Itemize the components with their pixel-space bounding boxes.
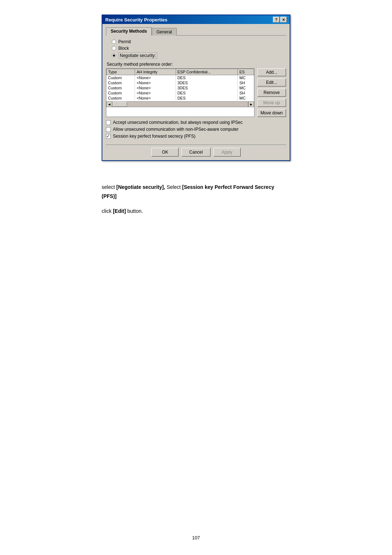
instruction-1-bold-1: [Negotiate security], xyxy=(116,184,165,190)
title-bar-buttons: ? ✕ xyxy=(273,17,287,23)
col-esp: ESP Confidential... xyxy=(176,69,238,75)
move-down-button[interactable]: Move down xyxy=(257,109,286,117)
radio-negotiate-label: Negotiate security: xyxy=(118,52,157,59)
instruction-line-2: click [Edit] button. xyxy=(102,207,290,216)
side-buttons: Add... Edit... Remove Move up Move down xyxy=(257,68,286,117)
table-row[interactable]: Custom <None> DES MC xyxy=(107,75,254,81)
radio-block-label: Block xyxy=(118,46,129,51)
checkbox-group: Accept unsecured communication, but alwa… xyxy=(106,120,286,139)
scroll-thumb[interactable] xyxy=(113,102,127,107)
table-row[interactable]: Custom <None> DES SH xyxy=(107,90,254,96)
instruction-1-text-1: select xyxy=(102,184,116,190)
page-content: Require Security Properties ? ✕ Security… xyxy=(22,15,370,222)
cell-ah-1: <None> xyxy=(135,75,176,81)
table-row[interactable]: Custom <None> 3DES SH xyxy=(107,80,254,85)
cell-ah-3: <None> xyxy=(135,85,176,90)
checkbox-session-key[interactable]: Session key perfect forward secrecy (PFS… xyxy=(106,134,286,139)
add-button[interactable]: Add... xyxy=(257,68,286,76)
tab-general[interactable]: General xyxy=(152,28,177,36)
cell-type-4: Custom xyxy=(107,90,135,96)
checkbox-session-key-input[interactable] xyxy=(106,134,111,139)
table-row[interactable]: Custom <None> 3DES MC xyxy=(107,85,254,90)
apply-button[interactable]: Apply xyxy=(213,148,241,157)
checkbox-session-key-label: Session key perfect forward secrecy (PFS… xyxy=(113,134,195,139)
instruction-line-1: select [Negotiate security], Select [Ses… xyxy=(102,183,290,201)
checkbox-accept-unsecured[interactable]: Accept unsecured communication, but alwa… xyxy=(106,120,286,125)
scroll-track[interactable] xyxy=(112,101,248,107)
checkbox-accept-unsecured-input[interactable] xyxy=(106,120,111,125)
security-methods-table: Type AH Integrity ESP Confidential... ES… xyxy=(106,69,254,101)
cell-es-4: SH xyxy=(238,90,254,96)
cell-esp-4: DES xyxy=(176,90,238,96)
dialog-title: Require Security Properties xyxy=(105,17,167,23)
radio-block[interactable]: Block xyxy=(112,46,286,51)
checkbox-accept-unsecured-label: Accept unsecured communication, but alwa… xyxy=(113,120,243,125)
cell-ah-2: <None> xyxy=(135,80,176,85)
cell-type-5: Custom xyxy=(107,96,135,101)
scroll-right-button[interactable]: ▶ xyxy=(248,101,254,107)
checkbox-allow-unsecured-input[interactable] xyxy=(106,127,111,132)
ok-button[interactable]: OK xyxy=(151,148,179,157)
checkbox-allow-unsecured[interactable]: Allow unsecured communication with non-I… xyxy=(106,127,286,132)
cell-esp-1: DES xyxy=(176,75,238,81)
radio-block-input[interactable] xyxy=(112,46,116,50)
section-label: Security method preference order: xyxy=(107,62,286,67)
table-area: Type AH Integrity ESP Confidential... ES… xyxy=(106,68,286,117)
instruction-2-text-2: button. xyxy=(126,208,143,214)
cell-es-1: MC xyxy=(238,75,254,81)
dialog-window: Require Security Properties ? ✕ Security… xyxy=(102,15,290,161)
instruction-2-bold-1: [Edit] xyxy=(113,208,126,214)
remove-button[interactable]: Remove xyxy=(257,89,286,97)
table-row[interactable]: Custom <None> DES MC xyxy=(107,96,254,101)
radio-permit[interactable]: Permit xyxy=(112,39,286,44)
cell-esp-2: 3DES xyxy=(176,80,238,85)
radio-group: Permit Block Negotiate security: xyxy=(112,39,286,59)
bottom-buttons: OK Cancel Apply xyxy=(106,145,286,157)
dialog-body: Security Methods General Permit Block Ne… xyxy=(102,24,290,160)
cell-es-5: MC xyxy=(238,96,254,101)
table-container: Type AH Integrity ESP Confidential... ES… xyxy=(106,68,254,117)
help-button[interactable]: ? xyxy=(273,17,279,23)
scroll-left-button[interactable]: ◀ xyxy=(106,101,112,107)
edit-button[interactable]: Edit... xyxy=(257,78,286,86)
title-bar: Require Security Properties ? ✕ xyxy=(102,15,290,24)
instruction-2-text-1: click xyxy=(102,208,113,214)
tab-security-methods[interactable]: Security Methods xyxy=(106,27,152,36)
radio-permit-input[interactable] xyxy=(112,40,116,44)
tab-bar: Security Methods General xyxy=(106,27,286,36)
cell-esp-3: 3DES xyxy=(176,85,238,90)
instruction-area: select [Negotiate security], Select [Ses… xyxy=(102,183,290,222)
cell-ah-5: <None> xyxy=(135,96,176,101)
page-number: 107 xyxy=(192,535,200,540)
cell-es-3: MC xyxy=(238,85,254,90)
cell-type-1: Custom xyxy=(107,75,135,81)
instruction-1-text-2: Select xyxy=(165,184,182,190)
scrollbar-area: ◀ ▶ xyxy=(106,101,254,107)
cell-type-3: Custom xyxy=(107,85,135,90)
move-up-button[interactable]: Move up xyxy=(257,99,286,107)
checkbox-allow-unsecured-label: Allow unsecured communication with non-I… xyxy=(113,127,238,132)
radio-permit-label: Permit xyxy=(118,39,131,44)
cell-ah-4: <None> xyxy=(135,90,176,96)
cell-esp-5: DES xyxy=(176,96,238,101)
radio-negotiate[interactable]: Negotiate security: xyxy=(112,52,286,59)
cell-type-2: Custom xyxy=(107,80,135,85)
cancel-button[interactable]: Cancel xyxy=(181,148,210,157)
close-button[interactable]: ✕ xyxy=(280,17,287,23)
cell-es-2: SH xyxy=(238,80,254,85)
col-es: ES xyxy=(238,69,254,75)
col-ah: AH Integrity xyxy=(135,69,176,75)
col-type: Type xyxy=(107,69,135,75)
radio-negotiate-input[interactable] xyxy=(112,53,116,58)
